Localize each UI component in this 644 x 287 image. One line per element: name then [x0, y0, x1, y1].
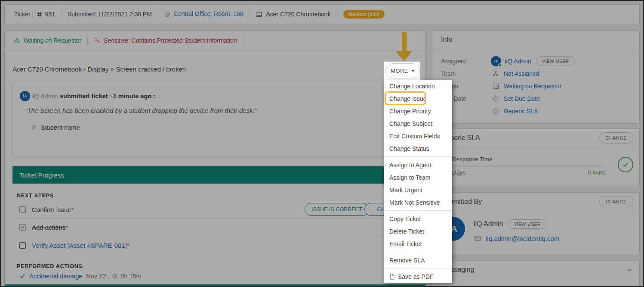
menu-item-assign-to-agent[interactable]: Assign to Agent — [384, 159, 452, 171]
caret-down-icon — [411, 70, 415, 72]
menu-item-edit-custom-fields[interactable]: Edit Custom Fields — [384, 130, 452, 142]
menu-item-remove-sla[interactable]: Remove SLA — [384, 254, 452, 266]
menu-divider — [384, 210, 452, 211]
menu-item-mark-not-sensitive[interactable]: Mark Not Sensitive — [384, 196, 452, 209]
menu-divider — [384, 156, 452, 157]
more-button[interactable]: MORE — [385, 63, 420, 78]
menu-divider — [384, 268, 452, 268]
save-as-pdf-label: Save as PDF — [398, 273, 433, 280]
menu-item-save-as-pdf[interactable]: Save as PDF — [384, 270, 452, 283]
menu-item-assign-to-team[interactable]: Assign to Team — [384, 171, 452, 184]
menu-item-change-subject[interactable]: Change Subject — [384, 117, 452, 130]
menu-item-change-issue[interactable]: Change Issue — [384, 92, 452, 105]
menu-item-email-ticket[interactable]: Email Ticket — [384, 237, 452, 250]
more-button-spotlight: MORE — [384, 62, 420, 80]
menu-item-delete-ticket[interactable]: Delete Ticket — [384, 225, 452, 237]
menu-item-change-location[interactable]: Change Location — [384, 80, 452, 92]
modal-dim-overlay — [0, 0, 644, 287]
menu-item-copy-ticket[interactable]: Copy Ticket — [384, 212, 452, 225]
more-dropdown-menu: Change Location Change Issue Change Prio… — [384, 80, 452, 283]
more-button-label: MORE — [391, 68, 408, 74]
menu-item-change-status[interactable]: Change Status — [384, 142, 452, 155]
menu-divider — [384, 252, 452, 252]
menu-item-change-priority[interactable]: Change Priority — [384, 105, 452, 117]
pdf-file-icon — [389, 274, 395, 280]
menu-item-mark-urgent[interactable]: Mark Urgent — [384, 184, 452, 196]
